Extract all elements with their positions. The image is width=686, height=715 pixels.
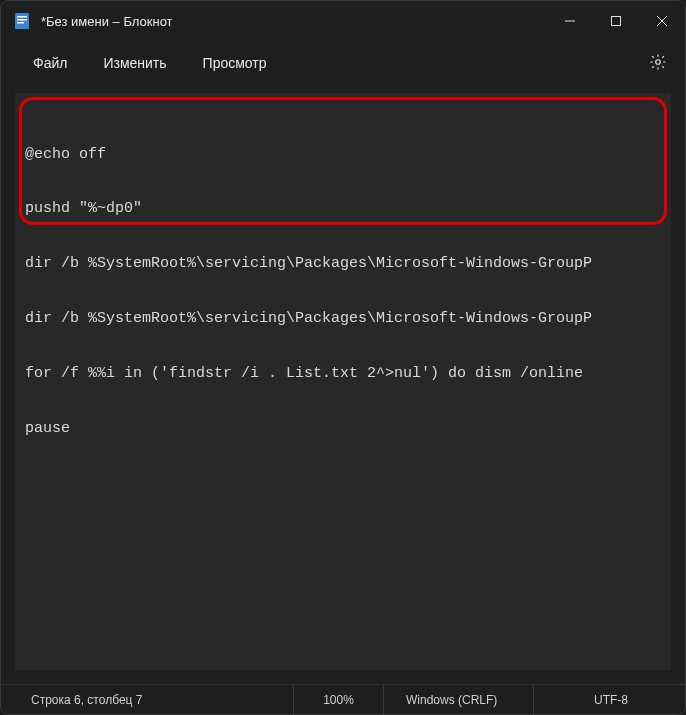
code-line: dir /b %SystemRoot%\servicing\Packages\M… [25, 310, 665, 328]
svg-rect-3 [17, 22, 24, 24]
svg-rect-2 [17, 19, 27, 21]
code-line: @echo off [25, 146, 665, 164]
status-cursor-position: Строка 6, столбец 7 [13, 685, 293, 714]
close-button[interactable] [639, 1, 685, 41]
menu-view[interactable]: Просмотр [189, 49, 281, 77]
minimize-button[interactable] [547, 1, 593, 41]
svg-rect-0 [15, 13, 29, 29]
maximize-button[interactable] [593, 1, 639, 41]
menu-edit[interactable]: Изменить [89, 49, 180, 77]
editor-container: @echo off pushd "%~dp0" dir /b %SystemRo… [1, 85, 685, 684]
status-zoom[interactable]: 100% [293, 685, 383, 714]
code-line: pause [25, 420, 665, 438]
code-line: dir /b %SystemRoot%\servicing\Packages\M… [25, 255, 665, 273]
settings-button[interactable] [639, 47, 677, 80]
code-line: for /f %%i in ('findstr /i . List.txt 2^… [25, 365, 665, 383]
window-title: *Без имени – Блокнот [41, 14, 547, 29]
window-controls [547, 1, 685, 41]
statusbar: Строка 6, столбец 7 100% Windows (CRLF) … [1, 684, 685, 714]
titlebar: *Без имени – Блокнот [1, 1, 685, 41]
status-line-ending: Windows (CRLF) [383, 685, 533, 714]
code-line: pushd "%~dp0" [25, 200, 665, 218]
notepad-icon [13, 12, 31, 30]
svg-rect-5 [612, 17, 621, 26]
app-window: *Без имени – Блокнот Файл Изменить Просм… [0, 0, 686, 715]
menubar: Файл Изменить Просмотр [1, 41, 685, 85]
menu-file[interactable]: Файл [19, 49, 81, 77]
svg-rect-1 [17, 16, 27, 18]
svg-point-8 [656, 59, 661, 64]
status-encoding: UTF-8 [533, 685, 673, 714]
code-content: @echo off pushd "%~dp0" dir /b %SystemRo… [15, 93, 671, 481]
text-editor[interactable]: @echo off pushd "%~dp0" dir /b %SystemRo… [15, 93, 671, 670]
